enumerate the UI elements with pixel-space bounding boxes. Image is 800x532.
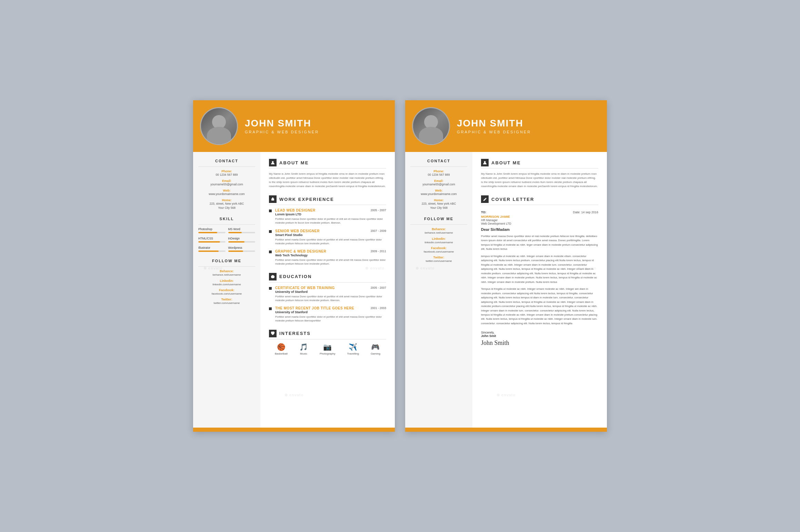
- exp-bullet: [269, 307, 272, 310]
- edu-item-2: THE MOST RECENT JOB TITLE GOES HERE 2001…: [269, 306, 386, 323]
- cover-avatar: [412, 107, 450, 145]
- follow-label: Twitter:: [198, 298, 255, 301]
- exp-years: 2009 - 2011: [371, 249, 386, 253]
- web-label: Web:: [198, 189, 255, 192]
- cover-about-icon: [481, 159, 489, 166]
- follow-me-section: FOLLOW ME Behance: behance.net/username …: [198, 259, 255, 305]
- cover-email-label: Email:: [410, 179, 467, 183]
- home-label: Home:: [198, 198, 255, 202]
- exp-company: Web Tech Technology: [275, 254, 386, 257]
- cover-home-label: Home:: [410, 198, 467, 202]
- cover-avatar-image: [413, 108, 449, 144]
- cover-footer-bar: [405, 428, 607, 432]
- skill-name: Wordpress: [228, 246, 256, 249]
- skill-bar-bg: [228, 241, 256, 243]
- skill-row-1: Photoshop MS Word: [198, 227, 255, 233]
- cover-home-value: 223, street, New york ABCYour City 568: [410, 202, 467, 210]
- exp-bullet: [269, 230, 272, 233]
- skills-section: SKILL Photoshop MS Word: [198, 217, 255, 252]
- cover-about-title: ABOUT ME: [491, 160, 521, 165]
- skill-name: Photoshop: [198, 227, 226, 231]
- camera-icon: 📷: [320, 343, 335, 351]
- follow-facebook: Facebook: facebook.com/username: [198, 288, 255, 296]
- interests-icon: [269, 330, 277, 337]
- exp-content: CERTIFICATE OF WEB TRAINING 2005 - 2007 …: [275, 286, 386, 303]
- follow-value: behance.net/username: [198, 273, 255, 277]
- interest-gaming: 🎮 Gaming: [371, 343, 380, 355]
- interests-section: INTERESTS 🏀 Basketball 🎵 Music 📷: [269, 330, 386, 355]
- exp-job-title: LEAD WEB DESIGNER: [275, 208, 316, 212]
- skill-name: Illustrator: [198, 246, 226, 249]
- edu-title: EDUCATION: [279, 274, 312, 279]
- follow-linkedin: Linkedin: linkedin.com/username: [198, 279, 255, 286]
- interest-travelling: ✈️ Travelling: [347, 343, 359, 355]
- cover-about-text: My Name is John Smith lorem empus id fri…: [481, 172, 598, 188]
- skill-row-3: Illustrator Wordpress: [198, 246, 255, 252]
- edu-desc: Porttitor amet massa Done cporttitor dol…: [275, 295, 386, 303]
- follow-twitter: Twitter: twitter.com/username: [198, 298, 255, 305]
- exp-header: GRAPHIC & WEB DESIGNER 2009 - 2011: [275, 249, 386, 253]
- exp-company: Lorem Ipsum LTD: [275, 213, 386, 216]
- skill-bar-fill: [228, 241, 244, 243]
- follow-label: Facebook:: [198, 288, 255, 292]
- exp-header: LEAD WEB DESIGNER 2005 - 2007: [275, 208, 386, 212]
- page-container: ⊕ envato ⊕ envato ⊕ envato ⊕ envato ⊕ en…: [193, 100, 607, 432]
- edu-degree-title: THE MOST RECENT JOB TITLE GOES HERE: [275, 306, 354, 310]
- email-value: yourname55@gmail.com: [198, 183, 255, 187]
- cover-sig-typed: John Smit: [481, 334, 598, 338]
- work-section-header: WORK EXPERIENCE: [269, 195, 386, 205]
- skill-bar-bg: [198, 250, 226, 252]
- skill-name: HTML/CSS: [198, 237, 226, 240]
- exp-years: 2005 - 2007: [371, 208, 386, 212]
- about-section-header: ABOUT ME: [269, 159, 386, 168]
- follow-label: Behance:: [410, 227, 467, 231]
- game-icon: 🎮: [371, 343, 380, 351]
- cover-about-section: ABOUT ME My Name is John Smith lorem emp…: [481, 159, 598, 188]
- exp-content: THE MOST RECENT JOB TITLE GOES HERE 2001…: [275, 306, 386, 323]
- follow-label: Facebook:: [410, 246, 467, 250]
- education-section: EDUCATION CERTIFICATE OF WEB TRAINING 20…: [269, 273, 386, 323]
- cover-follow-linkedin: Linkedin: linkedin.com/username: [410, 237, 467, 244]
- about-section: ABOUT ME My Name is John Smith lorem emp…: [269, 159, 386, 188]
- skill-bar-bg: [228, 232, 256, 233]
- edu-section-header: EDUCATION: [269, 273, 386, 283]
- follow-value: twitter.com/username: [198, 301, 255, 305]
- cover-date: Date: 14 sep 2016: [573, 211, 598, 214]
- follow-value: linkedin.com/username: [198, 283, 255, 286]
- exp-job-title: GRAPHIC & WEB DESIGNER: [275, 249, 326, 253]
- follow-value: facebook.com/username: [198, 292, 255, 296]
- interests-title: INTERESTS: [279, 331, 311, 336]
- interest-basketball: 🏀 Basketball: [275, 343, 288, 355]
- interest-label: Music: [299, 352, 308, 355]
- follow-value: twitter.com/username: [410, 259, 467, 263]
- cover-letter-title: COVER LETTER: [491, 197, 534, 202]
- work-icon: [269, 195, 277, 203]
- cover-to-role: HR Manager: [481, 218, 511, 222]
- follow-label: Behance:: [198, 269, 255, 273]
- cover-web-label: Web:: [410, 189, 467, 192]
- follow-label: Twitter:: [410, 256, 467, 259]
- resume-name: JOHN SMITH: [245, 118, 388, 129]
- interests-row: 🏀 Basketball 🎵 Music 📷 Photography: [269, 343, 386, 355]
- edu-school: University of Stanford: [275, 310, 386, 314]
- header-text: JOHN SMITH GRAPHIC & WEB DESIGNER: [245, 118, 388, 134]
- skill-wordpress: Wordpress: [228, 246, 256, 252]
- web-value: www.yourdomainname.com: [198, 192, 255, 196]
- work-item-3: GRAPHIC & WEB DESIGNER 2009 - 2011 Web T…: [269, 249, 386, 266]
- edu-item-1: CERTIFICATE OF WEB TRAINING 2005 - 2007 …: [269, 286, 386, 303]
- pencil-icon: [481, 195, 489, 203]
- skill-name: InDesign: [228, 237, 256, 240]
- skills-title: SKILL: [198, 217, 255, 221]
- cover-header: JOHN SMITH GRAPHIC & WEB DESIGNER: [405, 100, 607, 152]
- svg-point-2: [484, 161, 486, 163]
- exp-desc: Porttitor amet maeta Done cporttitor dol…: [275, 258, 386, 266]
- skill-msword: MS Word: [228, 227, 256, 233]
- exp-content: LEAD WEB DESIGNER 2005 - 2007 Lorem Ipsu…: [275, 208, 386, 225]
- work-section: WORK EXPERIENCE LEAD WEB DESIGNER 2005 -…: [269, 195, 386, 266]
- interest-label: Basketball: [275, 352, 288, 355]
- contact-section: CONTACT Phone: 00 1234 567 889 Email: yo…: [198, 159, 255, 210]
- skill-row-2: HTML/CSS InDesign: [198, 237, 255, 243]
- phone-value: 00 1234 567 889: [198, 173, 255, 177]
- cover-follow-behance: Behance: behance.net/username: [410, 227, 467, 235]
- cover-follow-title: FOLLOW ME: [410, 217, 467, 221]
